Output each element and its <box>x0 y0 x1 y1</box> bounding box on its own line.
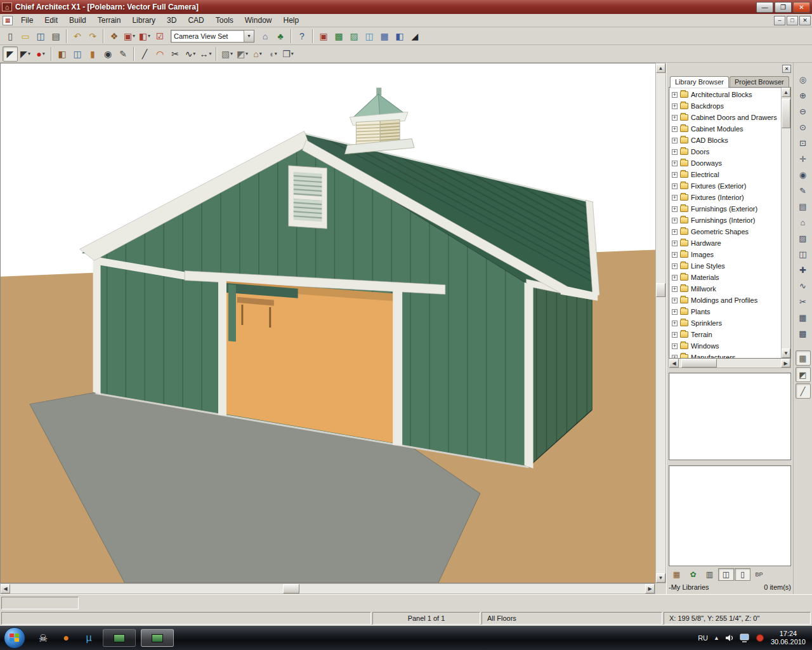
tab-project-browser[interactable]: Project Browser <box>730 76 789 87</box>
tree-item[interactable]: +Materials <box>669 272 781 283</box>
expand-icon[interactable]: + <box>672 195 678 201</box>
tree-vscroll-thumb[interactable] <box>782 99 790 128</box>
north-pointer-icon[interactable]: ◢ <box>407 29 422 44</box>
print-icon[interactable]: ▤ <box>48 29 63 44</box>
circle-tool-icon[interactable]: ●▾ <box>33 46 48 62</box>
plant-icon[interactable]: ♣ <box>273 29 288 44</box>
reference-grid-icon[interactable]: ▦ <box>796 350 811 366</box>
tab-library-browser[interactable]: Library Browser <box>670 76 729 88</box>
filter-window-icon[interactable]: ◫ <box>718 568 734 581</box>
edit-behavior-icon[interactable]: ✎ <box>796 183 811 198</box>
taskbar-window-1[interactable] <box>103 629 136 647</box>
dropdown-caret-icon[interactable]: ▾ <box>193 51 195 56</box>
tree-vscrollbar[interactable]: ▲ ▼ <box>781 88 790 358</box>
menu-edit[interactable]: Edit <box>39 15 63 26</box>
arc-tool-icon[interactable]: ◠ <box>152 46 167 62</box>
filter-door-icon[interactable]: ▯ <box>735 568 750 581</box>
dropdown-caret-icon[interactable]: ▾ <box>133 33 135 39</box>
roof-tool-icon[interactable]: ⌂▾ <box>250 46 265 62</box>
glass-house-icon[interactable]: ◫ <box>362 29 377 44</box>
hand-tool-icon[interactable]: ❖ <box>107 29 122 44</box>
camera-view-icon[interactable]: ◉ <box>796 167 811 182</box>
expand-icon[interactable]: + <box>672 218 678 223</box>
expand-icon[interactable]: + <box>672 355 678 359</box>
scroll-down-icon[interactable]: ▼ <box>656 573 665 583</box>
tree-item[interactable]: +Images <box>669 249 781 260</box>
zoom-out-icon[interactable]: ⊖ <box>796 103 811 119</box>
firefox-icon[interactable]: ● <box>58 630 74 646</box>
dropdown-caret-icon[interactable]: ▾ <box>43 51 45 56</box>
text-tool-icon[interactable]: ✎ <box>115 46 131 62</box>
tray-expand-icon[interactable]: ▲ <box>714 635 719 641</box>
mdi-document-icon[interactable]: ▦ <box>3 16 13 25</box>
framing-overview-icon[interactable]: ▨ <box>796 230 811 246</box>
floor-overview-icon[interactable]: ⌂ <box>796 215 811 230</box>
hscroll-thumb[interactable] <box>283 584 299 594</box>
expand-icon[interactable]: + <box>672 332 678 338</box>
expand-icon[interactable]: + <box>672 275 678 281</box>
tree-item[interactable]: +Line Styles <box>669 260 781 272</box>
scroll-left-icon[interactable]: ◀ <box>1 584 10 594</box>
plan-colors-icon[interactable]: ▦ <box>377 29 392 44</box>
expand-icon[interactable]: + <box>672 286 678 292</box>
vector-view-icon[interactable]: ▩ <box>331 29 346 44</box>
fill-window-icon[interactable]: ⊡ <box>796 135 811 150</box>
open-plan-icon[interactable]: ▭ <box>18 29 33 44</box>
menu-terrain[interactable]: Terrain <box>92 15 127 26</box>
camera-tool-icon[interactable]: ◉ <box>100 46 115 62</box>
tree-hscrollbar[interactable]: ◀ ▶ <box>669 359 791 368</box>
expand-icon[interactable]: + <box>672 321 678 326</box>
menu-library[interactable]: Library <box>126 15 161 26</box>
tree-scroll-down-icon[interactable]: ▼ <box>782 348 790 358</box>
mdi-minimize-button[interactable]: – <box>774 16 785 25</box>
pan-window-icon[interactable]: ✛ <box>796 151 811 166</box>
vscroll-thumb[interactable] <box>656 283 665 297</box>
expand-icon[interactable]: + <box>672 103 678 109</box>
tree-item[interactable]: +Fixtures (Interior) <box>669 192 781 203</box>
menu-tools[interactable]: Tools <box>210 15 239 26</box>
cabinet-tools-icon[interactable]: ▣▾ <box>122 29 137 44</box>
dropdown-caret-icon[interactable]: ▾ <box>230 51 233 56</box>
camera-view-icon[interactable]: ▣ <box>316 29 331 44</box>
minimize-button[interactable]: — <box>756 2 773 13</box>
dropdown-caret-icon[interactable]: ▾ <box>259 51 262 56</box>
mdi-restore-button[interactable]: □ <box>787 16 798 25</box>
undo-zoom-icon[interactable]: ⊙ <box>796 119 811 135</box>
tree-item[interactable]: +Electrical <box>669 169 781 180</box>
expand-icon[interactable]: + <box>672 206 678 212</box>
menu-file[interactable]: File <box>15 15 39 26</box>
dropdown-caret-icon[interactable]: ▾ <box>28 51 30 56</box>
tree-item[interactable]: +Plants <box>669 306 781 317</box>
open-object-icon[interactable]: ☑ <box>152 29 167 44</box>
help-icon[interactable]: ? <box>294 29 310 44</box>
diagonal-tool-icon[interactable]: ╱ <box>796 383 811 399</box>
tree-scroll-up-icon[interactable]: ▲ <box>782 88 790 97</box>
taskbar-window-2[interactable] <box>141 629 174 647</box>
cube-3d-icon[interactable]: ❒▾ <box>280 46 296 62</box>
tree-item[interactable]: +Hardware <box>669 237 781 249</box>
expand-icon[interactable]: + <box>672 92 678 98</box>
cabinet-tool-icon[interactable]: ▮ <box>85 46 100 62</box>
tree-item[interactable]: +Furnishings (Interior) <box>669 215 781 226</box>
grid-icon[interactable]: ▦ <box>796 310 811 325</box>
tree-item[interactable]: +Architectural Blocks <box>669 89 781 100</box>
expand-icon[interactable]: + <box>672 126 678 132</box>
new-plan-icon[interactable]: ▯ <box>3 29 18 44</box>
gable-vent[interactable] <box>289 166 327 229</box>
notification-icon[interactable] <box>756 633 764 642</box>
menu-cad[interactable]: CAD <box>182 15 209 26</box>
line-tool-icon[interactable]: ╱ <box>137 46 152 62</box>
molding-tool-icon[interactable]: ◩▾ <box>235 46 250 62</box>
select-similar-icon[interactable]: ◤▾ <box>18 46 33 62</box>
expand-icon[interactable]: + <box>672 343 678 349</box>
start-button[interactable] <box>4 627 25 649</box>
core-catalogs-icon[interactable]: ▦ <box>669 568 684 581</box>
title-bar[interactable]: ⌂ Chief Architect X1 - [Polebarn: Vector… <box>0 0 812 14</box>
dimension-tool-icon[interactable]: ↔▾ <box>198 46 213 62</box>
expand-icon[interactable]: + <box>672 229 678 235</box>
expand-icon[interactable]: + <box>672 161 678 166</box>
menu-help[interactable]: Help <box>277 15 304 26</box>
tree-item[interactable]: +Millwork <box>669 283 781 295</box>
snap-grid-icon[interactable]: ▩ <box>796 326 811 341</box>
expand-icon[interactable]: + <box>672 138 678 143</box>
